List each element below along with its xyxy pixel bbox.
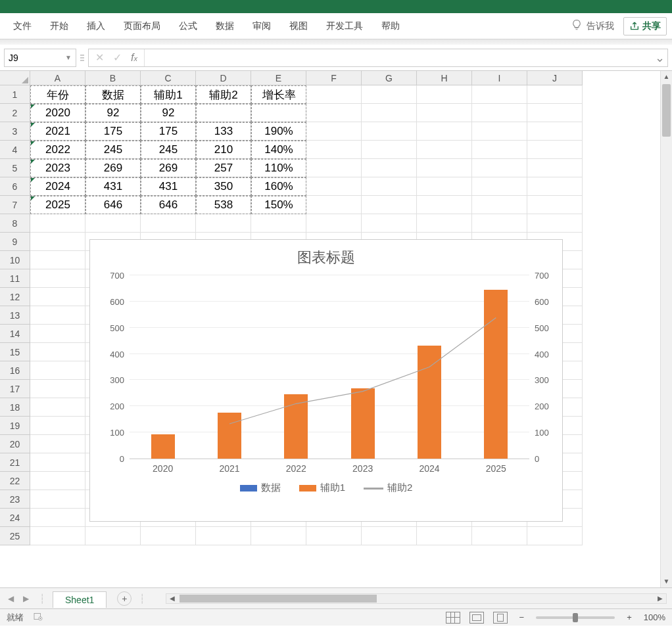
table-cell[interactable]: 538 <box>196 196 251 214</box>
table-header[interactable]: 辅助1 <box>141 85 196 104</box>
cell[interactable] <box>472 196 527 214</box>
hscroll-thumb[interactable] <box>180 595 377 603</box>
table-cell[interactable]: 431 <box>141 177 196 196</box>
tell-me[interactable]: 告诉我 <box>564 19 621 33</box>
cell[interactable] <box>472 177 527 196</box>
cell[interactable] <box>362 214 417 233</box>
tab-home[interactable]: 开始 <box>42 15 76 37</box>
row-header-11[interactable]: 11 <box>0 269 30 288</box>
cell[interactable] <box>527 214 583 233</box>
column-header-B[interactable]: B <box>85 71 141 85</box>
tab-review[interactable]: 审阅 <box>245 15 279 37</box>
select-all-corner[interactable] <box>0 71 30 85</box>
row-header-24[interactable]: 24 <box>0 509 30 527</box>
tab-pagelayout[interactable]: 页面布局 <box>116 15 168 37</box>
cell[interactable] <box>417 159 472 177</box>
table-cell[interactable]: 257 <box>196 159 251 177</box>
table-cell[interactable]: 646 <box>141 196 196 214</box>
cell[interactable] <box>306 196 362 214</box>
row-header-22[interactable]: 22 <box>0 472 30 490</box>
cell[interactable] <box>85 214 141 233</box>
cell[interactable] <box>30 417 85 435</box>
cell[interactable] <box>30 269 85 288</box>
cell[interactable] <box>306 214 362 233</box>
cell[interactable] <box>196 527 251 545</box>
table-cell[interactable] <box>196 104 251 122</box>
cell[interactable] <box>30 251 85 269</box>
row-header-9[interactable]: 9 <box>0 233 30 251</box>
row-header-4[interactable]: 4 <box>0 141 30 159</box>
column-header-C[interactable]: C <box>141 71 196 85</box>
column-header-J[interactable]: J <box>527 71 583 85</box>
table-cell[interactable]: 2023 <box>30 159 85 177</box>
table-cell[interactable]: 2022 <box>30 141 85 159</box>
tab-developer[interactable]: 开发工具 <box>318 15 371 37</box>
column-header-G[interactable]: G <box>362 71 417 85</box>
cell[interactable] <box>527 104 583 122</box>
table-cell[interactable]: 92 <box>141 104 196 122</box>
table-cell[interactable]: 350 <box>196 177 251 196</box>
scroll-up-icon[interactable]: ▲ <box>661 71 672 83</box>
zoom-level[interactable]: 100% <box>644 612 665 622</box>
cell[interactable] <box>527 177 583 196</box>
row-header-14[interactable]: 14 <box>0 325 30 343</box>
horizontal-scrollbar[interactable]: ◀ ▶ <box>166 593 667 604</box>
row-header-1[interactable]: 1 <box>0 85 30 104</box>
enter-formula-icon[interactable]: ✓ <box>113 51 122 64</box>
cell[interactable] <box>306 141 362 159</box>
table-cell[interactable]: 175 <box>85 122 141 141</box>
cell[interactable] <box>417 104 472 122</box>
expand-formula-icon[interactable]: ⌄ <box>652 51 667 65</box>
cell[interactable] <box>30 509 85 527</box>
table-cell[interactable]: 160% <box>251 177 306 196</box>
table-cell[interactable]: 2020 <box>30 104 85 122</box>
cell[interactable] <box>362 159 417 177</box>
table-cell[interactable]: 175 <box>141 122 196 141</box>
cell[interactable] <box>196 214 251 233</box>
spreadsheet-grid[interactable]: ABCDEFGHIJ 12345678910111213141516171819… <box>0 71 672 587</box>
table-cell[interactable]: 2021 <box>30 122 85 141</box>
zoom-in-button[interactable]: + <box>624 612 635 622</box>
zoom-out-button[interactable]: − <box>517 612 527 622</box>
table-header[interactable]: 年份 <box>30 85 85 104</box>
cell[interactable] <box>30 214 85 233</box>
scroll-down-icon[interactable]: ▼ <box>661 576 672 587</box>
table-cell[interactable]: 190% <box>251 122 306 141</box>
table-cell[interactable]: 210 <box>196 141 251 159</box>
cell[interactable] <box>306 159 362 177</box>
cell[interactable] <box>362 104 417 122</box>
row-headers[interactable]: 1234567891011121314151617181920212223242… <box>0 85 30 545</box>
row-header-2[interactable]: 2 <box>0 104 30 122</box>
row-header-15[interactable]: 15 <box>0 343 30 361</box>
cell[interactable] <box>362 122 417 141</box>
column-header-F[interactable]: F <box>306 71 362 85</box>
cell[interactable] <box>362 141 417 159</box>
row-header-21[interactable]: 21 <box>0 453 30 472</box>
tab-scroll-splitter[interactable]: ┆ <box>135 593 149 604</box>
cell[interactable] <box>362 85 417 104</box>
cell[interactable] <box>251 214 306 233</box>
sheet-nav-next-icon[interactable]: ▶ <box>20 594 32 603</box>
cell[interactable] <box>417 196 472 214</box>
chart[interactable]: 图表标题001001002002003003004004005005006006… <box>89 239 563 522</box>
row-header-5[interactable]: 5 <box>0 159 30 177</box>
zoom-slider-knob[interactable] <box>573 613 578 622</box>
cell[interactable] <box>527 141 583 159</box>
cell[interactable] <box>30 472 85 490</box>
table-cell[interactable]: 646 <box>85 196 141 214</box>
row-header-10[interactable]: 10 <box>0 251 30 269</box>
table-cell[interactable]: 431 <box>85 177 141 196</box>
column-headers[interactable]: ABCDEFGHIJ <box>30 71 583 85</box>
table-header[interactable]: 辅助2 <box>196 85 251 104</box>
column-header-E[interactable]: E <box>251 71 306 85</box>
cell[interactable] <box>417 122 472 141</box>
cell[interactable] <box>85 527 141 545</box>
cell[interactable] <box>472 104 527 122</box>
cell[interactable] <box>30 361 85 380</box>
cell[interactable] <box>417 85 472 104</box>
view-normal-icon[interactable] <box>446 612 460 624</box>
table-cell[interactable]: 2025 <box>30 196 85 214</box>
cell[interactable] <box>472 527 527 545</box>
tab-data[interactable]: 数据 <box>208 15 242 37</box>
chevron-down-icon[interactable]: ▼ <box>65 54 72 61</box>
